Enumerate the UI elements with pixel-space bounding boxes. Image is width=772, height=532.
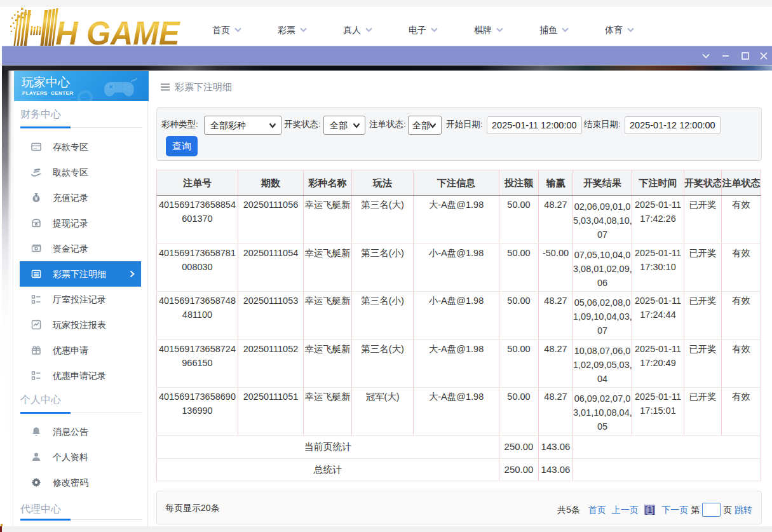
svg-text:H GAME: H GAME (55, 15, 180, 46)
